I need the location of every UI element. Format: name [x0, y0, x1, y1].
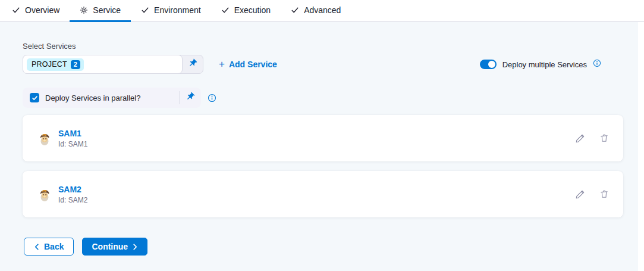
stage-config-tabbar: Overview Service Environment Execution A…	[0, 0, 644, 22]
tab-label: Environment	[154, 5, 201, 15]
service-avatar	[37, 186, 52, 202]
services-multiselect[interactable]: PROJECT 2	[23, 55, 203, 74]
gear-icon	[80, 6, 88, 14]
service-text-block: SAM1 Id: SAM1	[58, 129, 87, 148]
check-icon	[12, 6, 20, 14]
add-service-label: Add Service	[229, 60, 277, 69]
chevron-left-icon	[34, 244, 39, 250]
pin-runtime-input-button[interactable]	[180, 92, 201, 104]
select-services-label: Select Services	[23, 42, 623, 51]
pin-icon	[188, 58, 197, 70]
back-button[interactable]: Back	[24, 238, 74, 256]
back-label: Back	[44, 242, 64, 251]
delete-icon[interactable]	[599, 133, 609, 143]
parallel-row: Deploy Services in parallel?	[23, 88, 623, 108]
toggle-knob	[488, 61, 495, 68]
project-tag-chip[interactable]: PROJECT 2	[27, 58, 84, 71]
card-actions	[575, 133, 609, 144]
service-card-sam2: SAM2 Id: SAM2	[23, 171, 623, 217]
deploy-multiple-group: Deploy multiple Services	[480, 59, 601, 70]
service-text-block: SAM2 Id: SAM2	[58, 185, 87, 204]
info-icon[interactable]	[208, 94, 216, 102]
edit-icon[interactable]	[575, 133, 585, 144]
pin-runtime-input-button[interactable]	[183, 55, 203, 73]
continue-label: Continue	[92, 242, 128, 251]
service-id: Id: SAM2	[58, 196, 87, 204]
deploy-multiple-label: Deploy multiple Services	[502, 60, 587, 69]
chevron-right-icon	[133, 244, 138, 250]
check-icon	[291, 6, 299, 14]
services-multiselect-field[interactable]: PROJECT 2	[23, 55, 183, 74]
add-service-button[interactable]: + Add Service	[219, 60, 277, 69]
continue-button[interactable]: Continue	[82, 238, 147, 256]
edit-icon[interactable]	[575, 189, 585, 200]
service-avatar	[37, 130, 52, 146]
tab-label: Overview	[25, 5, 59, 15]
scrollbar-gutter[interactable]	[638, 22, 644, 271]
tab-overview[interactable]: Overview	[2, 0, 70, 22]
tab-label: Service	[93, 5, 121, 15]
card-actions	[575, 189, 609, 200]
tag-text: PROJECT	[32, 60, 67, 68]
check-icon	[221, 6, 230, 14]
service-name-link[interactable]: SAM1	[58, 129, 87, 138]
service-name-link[interactable]: SAM2	[58, 185, 87, 194]
info-icon[interactable]	[593, 59, 601, 70]
footer-actions: Back Continue	[23, 238, 623, 256]
tab-execution[interactable]: Execution	[211, 0, 281, 22]
check-icon	[141, 6, 149, 14]
tab-environment[interactable]: Environment	[131, 0, 211, 22]
select-services-row: PROJECT 2 + Add Service Deploy multiple …	[23, 55, 623, 74]
plus-icon: +	[219, 60, 225, 68]
parallel-checkbox-label: Deploy Services in parallel?	[45, 94, 179, 102]
tab-label: Execution	[234, 5, 271, 15]
service-id: Id: SAM1	[58, 140, 87, 148]
service-config-panel: Select Services PROJECT 2 + Add Service	[0, 22, 644, 271]
tab-advanced[interactable]: Advanced	[281, 0, 351, 22]
tab-label: Advanced	[304, 5, 341, 15]
service-card-sam1: SAM1 Id: SAM1	[23, 115, 623, 161]
tab-service[interactable]: Service	[70, 0, 131, 22]
pin-icon	[186, 92, 195, 104]
delete-icon[interactable]	[599, 189, 609, 199]
parallel-checkbox[interactable]	[30, 93, 39, 102]
tag-count-badge: 2	[71, 60, 80, 69]
deploy-multiple-toggle[interactable]	[480, 60, 497, 69]
parallel-checkbox-row: Deploy Services in parallel?	[23, 88, 201, 108]
